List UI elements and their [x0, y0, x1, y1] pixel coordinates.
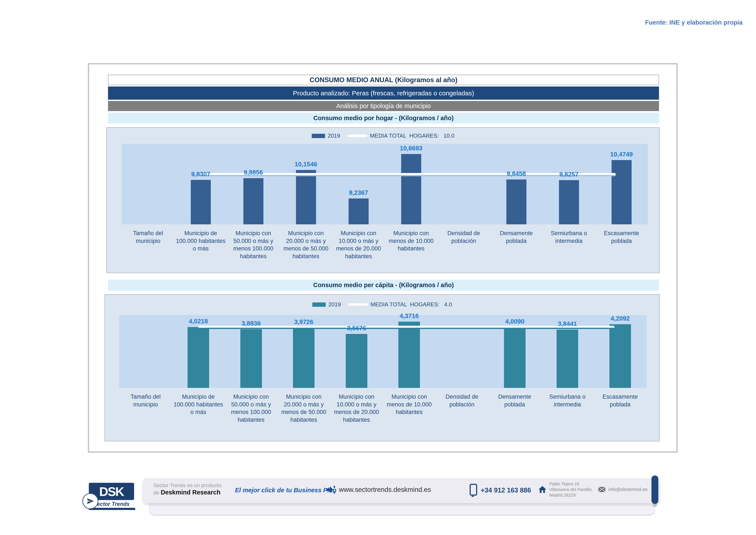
- category-label: Escasamente poblada: [595, 230, 648, 260]
- footer-phone[interactable]: +34 912 163 886: [470, 484, 531, 497]
- category-label: Semiurbana o intermedia: [541, 393, 594, 424]
- bar: [240, 329, 262, 388]
- category-label: Municipio con 10.000 o más y menos de 20…: [330, 393, 383, 424]
- series-swatch: [312, 302, 326, 307]
- footer-tagline: El mejor click de tu Business Plan: [235, 487, 337, 494]
- footer-product-note: Sector Trends es un producto de Deskmind…: [153, 482, 221, 496]
- home-icon: [538, 486, 546, 493]
- per-capita-consumption-chart: 2019 MEDIA TOTAL HOGARES: 4.0 4,02183,88…: [105, 294, 660, 441]
- category-label: Municipio con menos de 10.000 habitantes: [383, 393, 436, 424]
- bar: [296, 170, 316, 224]
- media-label: MEDIA TOTAL HOGARES: 4.0: [370, 301, 452, 308]
- legend-series-2019: 2019: [312, 301, 341, 308]
- footer-address: Pablo Tejera 24. Villanueva del Pardillo…: [538, 481, 593, 498]
- category-label: Municipio con 50.000 o más y menos 100.0…: [227, 230, 280, 260]
- legend-media-total: MEDIA TOTAL HOGARES: 4.0: [348, 301, 452, 308]
- product-note-line1: Sector Trends es un producto: [153, 482, 221, 489]
- product-note-line2: de Deskmind Research: [153, 489, 221, 496]
- category-label: Municipio de 100.000 habitantes o más: [172, 393, 225, 424]
- bar: [611, 160, 632, 224]
- legend-series-2019: 2019: [312, 132, 340, 139]
- series-label: 2019: [328, 132, 340, 139]
- category-label: Densidad de población: [436, 393, 489, 424]
- media-total-line: [201, 173, 616, 176]
- bar-value-label: 10,4749: [610, 151, 633, 158]
- footer-accent-pill: [651, 475, 658, 504]
- legend-media-total: MEDIA TOTAL HOGARES: 10.0: [347, 132, 454, 139]
- bar-value-label: 3,8836: [242, 320, 261, 327]
- category-axis: Tamaño del municipioMunicipio de 100.000…: [122, 230, 648, 260]
- series-swatch: [312, 134, 325, 138]
- report-title: CONSUMO MEDIO ANUAL (Kilogramos al año): [108, 75, 659, 85]
- bar: [349, 198, 369, 224]
- bar-value-label: 9,8307: [191, 171, 210, 178]
- paper-plane-icon: [86, 497, 94, 505]
- bar: [504, 327, 526, 388]
- footer-bar: Sector Trends es un producto de Deskmind…: [142, 478, 660, 503]
- series-label: 2019: [328, 301, 341, 308]
- bar: [293, 328, 314, 388]
- bar: [609, 324, 631, 388]
- analysis-band: Análisis por tipología de municipio: [108, 101, 659, 111]
- bar: [243, 178, 263, 224]
- bar-value-label: 9,2367: [349, 189, 368, 196]
- bar-value-label: 4,0090: [505, 318, 525, 325]
- bar-value-label: 4,0218: [189, 318, 208, 325]
- product-band: Producto analizado: Peras (frescas, refr…: [108, 87, 659, 100]
- category-label: Densamente poblada: [490, 230, 543, 260]
- logo-circle: [82, 493, 98, 509]
- bar-value-label: 10,1546: [295, 161, 317, 168]
- mail-icon: [598, 487, 605, 492]
- footer-email[interactable]: info@deskmind.es: [598, 487, 647, 492]
- footer-website[interactable]: www.sectortrends.deskmind.es: [326, 485, 431, 494]
- chart-legend: 2019 MEDIA TOTAL HOGARES: 4.0: [105, 301, 660, 308]
- bar: [559, 180, 579, 224]
- chart2-title: Consumo medio per cápita - (Kilogramos /…: [108, 280, 659, 291]
- bar: [191, 180, 211, 224]
- link-arrow-icon: [326, 485, 336, 494]
- category-axis: Tamaño del municipioMunicipio de 100.000…: [119, 393, 646, 424]
- bar: [346, 334, 367, 388]
- phone-icon: [470, 484, 477, 497]
- household-consumption-chart: 2019 MEDIA TOTAL HOGARES: 10.0 9,83079,8…: [106, 127, 660, 273]
- bar-value-label: 4,2092: [611, 315, 630, 322]
- category-label: Municipio con menos de 10.000 habitantes: [385, 230, 437, 260]
- bar-value-label: 9,8458: [507, 170, 526, 177]
- bar: [556, 330, 578, 388]
- category-label: Municipio con 20.000 o más y menos de 50…: [280, 230, 332, 260]
- bar-value-label: 9,8856: [244, 169, 263, 176]
- category-label: Escasamente poblada: [594, 393, 646, 424]
- address-line-3: Madrid 28229: [549, 492, 593, 498]
- bar: [188, 327, 209, 388]
- bar-value-label: 4,3716: [400, 312, 419, 320]
- category-label: Densidad de población: [437, 230, 490, 260]
- bar-value-label: 3,8441: [558, 320, 577, 327]
- media-line-swatch: [348, 303, 368, 306]
- bar: [398, 322, 420, 388]
- category-label: Municipio con 50.000 o más y menos 100.0…: [225, 393, 278, 424]
- address-line-2: Villanueva del Pardillo.: [549, 487, 593, 492]
- chart1-title: Consumo medio por hogar - (Kilogramos / …: [108, 113, 659, 124]
- plot-area: 9,83079,885610,15469,236710,66939,84589,…: [122, 144, 648, 224]
- category-label: Municipio con 20.000 o más y menos de 50…: [278, 393, 330, 424]
- deskmind-research-name: Deskmind Research: [161, 489, 220, 496]
- bar: [506, 180, 526, 224]
- media-line-swatch: [347, 135, 367, 137]
- category-label: Municipio de 100.000 habitantes o más: [175, 230, 227, 260]
- category-label: Municipio con 10.000 o más y menos de 20…: [332, 230, 385, 260]
- chart-legend: 2019 MEDIA TOTAL HOGARES: 10.0: [107, 132, 660, 139]
- bar-value-label: 3,5676: [347, 325, 366, 332]
- bar-value-label: 9,8257: [559, 171, 579, 178]
- media-label: MEDIA TOTAL HOGARES: 10.0: [370, 132, 454, 139]
- bar-value-label: 10,6693: [400, 145, 422, 152]
- category-label: Tamaño del municipio: [122, 230, 175, 260]
- dsk-logo: DSK Sector Trends: [89, 483, 135, 510]
- report-frame: CONSUMO MEDIO ANUAL (Kilogramos al año) …: [88, 63, 678, 453]
- website-url[interactable]: www.sectortrends.deskmind.es: [339, 486, 431, 493]
- category-label: Semiurbana o intermedia: [543, 230, 595, 260]
- category-label: Tamaño del municipio: [119, 393, 172, 424]
- media-total-line: [198, 326, 615, 329]
- logo-underline: [89, 508, 135, 510]
- email-address[interactable]: info@deskmind.es: [608, 487, 647, 492]
- phone-number[interactable]: +34 912 163 886: [481, 487, 531, 494]
